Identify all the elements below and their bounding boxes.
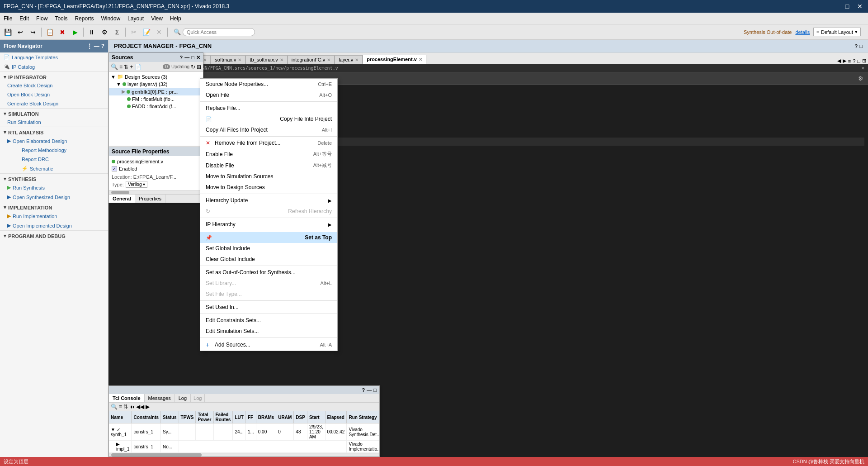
cm-clear-global-include[interactable]: Clear Global Include (200, 254, 337, 265)
nav-open-synthesized-design[interactable]: ▶ Open Synthesized Design (0, 192, 108, 202)
cancel-button[interactable]: ✕ (153, 26, 165, 38)
redo-button[interactable]: ↪ (27, 26, 39, 38)
console-search-icon[interactable]: 🔍 (111, 404, 118, 410)
nav-create-block-design[interactable]: Create Block Design (0, 81, 108, 90)
cm-open-file[interactable]: Open File Alt+O (200, 90, 337, 100)
flow-nav-pin-icon[interactable]: ⋮ (87, 43, 92, 49)
cm-copy-file[interactable]: 📄 Copy File Into Project (200, 114, 337, 124)
sources-add-icon[interactable]: + (130, 63, 133, 70)
tab-expand-icon[interactable]: ⊞ (862, 58, 866, 64)
nav-language-templates[interactable]: 📄 Language Templates (0, 52, 108, 62)
nav-open-elaborated-design[interactable]: ▶ Open Elaborated Design (0, 136, 108, 146)
menu-flow[interactable]: Flow (33, 13, 51, 24)
flow-nav-minus-icon[interactable]: — (94, 43, 99, 49)
fm-item[interactable]: FM : floatMult (flo... (109, 95, 203, 103)
nav-generate-block-design[interactable]: Generate Block Design (0, 99, 108, 108)
nav-report-methodology[interactable]: Report Methodology (0, 146, 108, 155)
tab-menu-icon[interactable]: ≡ (848, 58, 851, 64)
pm-help-icon[interactable]: ? (855, 43, 858, 49)
console-prev-icon[interactable]: ◀◀ (136, 404, 144, 410)
cm-set-ooc[interactable]: Set as Out-of-Context for Synthesis... (200, 267, 337, 278)
tab-help-icon[interactable]: ? (853, 58, 855, 64)
tab-scroll-right-icon[interactable]: ▶ (843, 58, 846, 64)
edit-button[interactable]: 📝 (141, 26, 152, 38)
console-tab-more[interactable]: Log (191, 394, 205, 402)
tab-integrationfc[interactable]: integrationFC.v ✕ (288, 55, 335, 64)
close-icon[interactable]: ✕ (327, 57, 330, 62)
nav-synthesis-header[interactable]: ▾ SYNTHESIS (0, 174, 108, 183)
layer-item[interactable]: ▼ layer (layer.v) (32) (109, 81, 203, 88)
tab-tb-softmax[interactable]: tb_softmax.v ✕ (245, 55, 287, 64)
sources-search-icon[interactable]: 🔍 (111, 63, 118, 70)
close-icon[interactable]: ✕ (355, 57, 359, 62)
config-button[interactable]: ⚙ (99, 26, 110, 38)
cm-hierarchy-update[interactable]: Hierarchy Update ▶ (200, 195, 337, 206)
sfp-tab-general[interactable]: General (109, 195, 135, 203)
sources-min-icon[interactable]: — (184, 55, 189, 60)
editor-close-icon[interactable]: ✕ (861, 65, 864, 71)
pm-expand-icon[interactable]: □ (859, 43, 863, 49)
table-row-impl[interactable]: ▶ impl_1 constrs_1 No... Vivado Implemen… (109, 441, 379, 453)
cm-enable-file[interactable]: Enable File Alt+等号 (200, 148, 337, 160)
sources-refresh-icon[interactable]: 📄 (135, 64, 142, 70)
nav-run-simulation[interactable]: Run Simulation (0, 118, 108, 127)
maximize-button[interactable]: □ (843, 3, 852, 10)
sources-help-icon[interactable]: ? (180, 55, 183, 60)
close-icon[interactable]: ✕ (203, 57, 207, 62)
cut-button[interactable]: ✂ (128, 26, 140, 38)
sources-collapse-icon[interactable]: ≡ (119, 64, 123, 70)
settings-button[interactable]: ⏸ (86, 26, 98, 38)
cm-set-as-top[interactable]: 📌 Set as Top (200, 232, 337, 243)
nav-open-block-design[interactable]: Open Block Design (0, 90, 108, 99)
console-tab-log[interactable]: Log (175, 394, 191, 402)
sources-expand-icon[interactable]: ⊞ (197, 64, 201, 70)
console-hscrollbar[interactable] (109, 453, 379, 456)
table-row-synth[interactable]: ▼ ✓ synth_1 constrs_1 Sy... 24... 1... (109, 423, 379, 441)
sfp-hscrollbar[interactable] (109, 190, 203, 194)
minimize-button[interactable]: — (830, 3, 839, 10)
genblk-item[interactable]: ▶ genblk1[0].PE : pr... (109, 88, 203, 95)
nav-open-implemented-design[interactable]: ▶ Open Implemented Design (0, 221, 108, 230)
menu-view[interactable]: View (147, 13, 166, 24)
cm-copy-all-files[interactable]: Copy All Files Into Project Alt+I (200, 124, 337, 135)
console-min-icon[interactable]: — (367, 387, 372, 393)
sources-close-icon[interactable]: ✕ (196, 55, 200, 61)
nav-implementation-header[interactable]: ▾ IMPLEMENTATION (0, 202, 108, 211)
cm-edit-simulation[interactable]: Edit Simulation Sets... (200, 326, 337, 337)
menu-window[interactable]: Window (97, 13, 124, 24)
console-next-icon[interactable]: ▶ (146, 404, 150, 410)
stop-button[interactable]: ✖ (57, 26, 68, 38)
sources-max-icon[interactable]: □ (191, 55, 194, 60)
console-tab-tcl[interactable]: Tcl Console (109, 394, 145, 402)
cm-move-to-sim[interactable]: Move to Simulation Sources (200, 171, 337, 182)
cm-add-sources[interactable]: + Add Sources... Alt+A (200, 339, 337, 351)
close-button[interactable]: ✕ (855, 3, 864, 10)
cm-ip-hierarchy[interactable]: IP Hierarchy ▶ (200, 219, 337, 230)
tab-layer[interactable]: layer.v ✕ (335, 55, 363, 64)
layout-dropdown[interactable]: ≡ Default Layout ▾ (813, 28, 861, 36)
console-first-icon[interactable]: ⏮ (129, 404, 135, 410)
fadd-item[interactable]: FADD : floatAdd (f... (109, 103, 203, 110)
cm-edit-constraints[interactable]: Edit Constraints Sets... (200, 315, 337, 326)
cm-set-used-in[interactable]: Set Used In... (200, 302, 337, 313)
quick-access-input[interactable] (183, 28, 255, 36)
menu-reports[interactable]: Reports (71, 13, 97, 24)
cm-source-node-props[interactable]: Source Node Properties... Ctrl+E (200, 79, 337, 90)
tab-softmax[interactable]: softmax.v ✕ (211, 55, 245, 64)
save-button[interactable]: 💾 (2, 26, 14, 38)
cm-move-to-design[interactable]: Move to Design Sources (200, 182, 337, 193)
design-sources-item[interactable]: ▼ 📁 Design Sources (3) (109, 73, 203, 81)
console-help-icon[interactable]: ? (362, 387, 365, 393)
console-max-icon[interactable]: □ (373, 387, 377, 393)
cm-disable-file[interactable]: Disable File Alt+减号 (200, 160, 337, 171)
console-collapse-icon[interactable]: ≡ (119, 404, 122, 410)
nav-program-debug-header[interactable]: ▾ PROGRAM AND DEBUG (0, 231, 108, 240)
console-tab-messages[interactable]: Messages (145, 394, 175, 402)
sources-sort-icon[interactable]: ⇅ (124, 64, 128, 70)
menu-edit[interactable]: Edit (16, 13, 33, 24)
details-link[interactable]: details (795, 29, 810, 35)
menu-layout[interactable]: Layout (124, 13, 147, 24)
close-icon[interactable]: ✕ (238, 57, 241, 62)
console-sort-icon[interactable]: ⇅ (123, 404, 128, 410)
type-dropdown[interactable]: Verilog ▾ (126, 181, 148, 188)
